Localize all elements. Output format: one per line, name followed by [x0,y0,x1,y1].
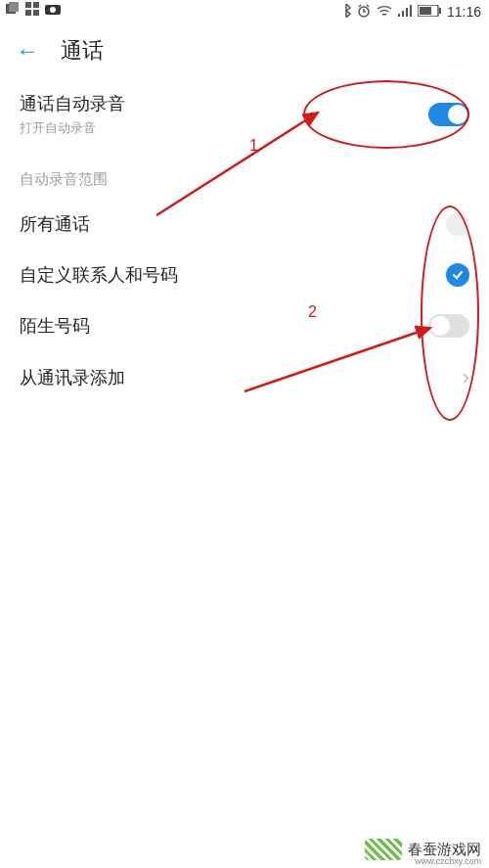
check-icon [451,268,465,282]
stranger-row[interactable]: 陌生号码 [0,300,489,351]
all-calls-row[interactable]: 所有通话 [0,199,489,250]
back-arrow-icon[interactable]: ← [16,37,39,65]
svg-rect-14 [420,7,431,15]
stranger-toggle[interactable] [428,314,469,338]
all-calls-label: 所有通话 [20,212,90,236]
chevron-right-icon: › [463,365,469,390]
svg-point-7 [50,7,56,13]
stranger-label: 陌生号码 [20,314,90,338]
custom-contacts-row[interactable]: 自定义联系人和号码 [0,250,489,300]
add-from-contacts-row[interactable]: 从通讯录添加 › [0,351,489,404]
scope-section-label: 自动录音范围 [0,151,489,199]
alarm-icon [357,4,371,21]
camera-icon [45,2,61,19]
toggle-knob [430,316,450,336]
page-title: 通话 [61,36,104,66]
custom-contacts-radio[interactable] [446,263,469,287]
add-from-contacts-label: 从通讯录添加 [20,366,125,389]
watermark-logo-icon [365,839,402,860]
svg-rect-4 [25,10,31,16]
grid-icon [25,2,39,19]
svg-rect-5 [33,10,39,16]
svg-rect-3 [33,2,39,8]
svg-rect-9 [398,14,400,17]
watermark-url: www.czchxy.com [415,856,481,866]
toggle-knob [448,105,467,124]
svg-rect-10 [402,11,404,17]
all-calls-radio[interactable] [446,212,469,236]
status-time: 11:16 [447,4,481,20]
header: ← 通话 [0,23,489,78]
signal-icon [398,4,412,20]
gallery-icon [6,2,20,19]
custom-contacts-label: 自定义联系人和号码 [20,263,178,287]
auto-record-row[interactable]: 通话自动录音 打开自动录音 [0,78,489,151]
svg-rect-12 [410,5,412,17]
auto-record-title: 通话自动录音 [20,92,125,115]
annotation-num-1: 1 [249,137,258,155]
auto-record-toggle[interactable] [428,103,469,126]
svg-rect-15 [439,8,441,14]
svg-rect-11 [406,8,408,17]
svg-rect-1 [9,2,19,12]
annotation-num-2: 2 [308,303,317,321]
status-bar: 11:16 [0,0,489,23]
svg-rect-2 [25,2,31,8]
auto-record-subtitle: 打开自动录音 [20,119,125,137]
wifi-icon [377,4,392,20]
battery-icon [418,4,441,20]
bluetooth-icon [341,4,351,21]
